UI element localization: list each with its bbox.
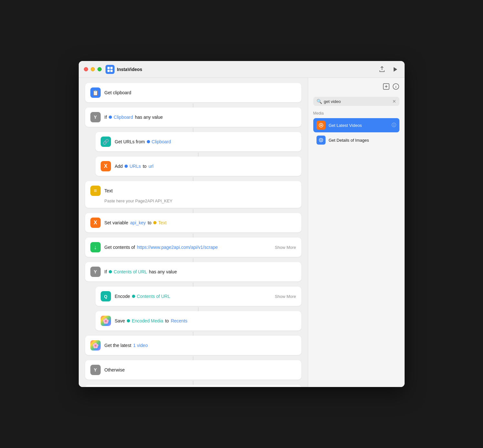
connector-5 [85, 209, 301, 213]
encode-icon: Q [101, 291, 111, 301]
app-icon [106, 65, 115, 74]
svg-rect-2 [107, 70, 110, 72]
connector-3 [85, 153, 301, 157]
connector-4 [85, 177, 301, 181]
sidebar-item-get-details-images[interactable]: Get Details of Images [313, 133, 399, 147]
text-icon: ≡ [90, 186, 101, 196]
connector-12 [85, 381, 301, 385]
close-button[interactable] [84, 67, 88, 71]
step-add-urls[interactable]: X Add URLs to url [96, 157, 301, 176]
step-save[interactable]: 🌸 Save Encoded Media to Recents [96, 311, 301, 331]
step-get-clipboard-content: Get clipboard [105, 90, 296, 95]
sidebar-item-get-details-label: Get Details of Images [329, 138, 369, 143]
save-photos-icon: 🌸 [101, 316, 111, 326]
connector-6 [85, 234, 301, 238]
get-contents-show-more[interactable]: Show More [275, 245, 296, 250]
step-text-block[interactable]: ≡ Text Paste here your Page2API API_KEY [85, 181, 301, 208]
get-contents-icon: ↓ [90, 242, 101, 252]
step-save-content: Save Encoded Media to Recents [115, 318, 296, 323]
clipboard-icon: 📋 [90, 87, 101, 98]
step-if-clipboard-content: If Clipboard has any value [105, 115, 296, 120]
titlebar: InstaVideos [79, 61, 405, 78]
get-details-icon [317, 136, 326, 145]
sidebar-section: Media Get Latest Videos ⓘ [313, 111, 399, 147]
step-if-contents[interactable]: Y If Contents of URL has any value [85, 262, 301, 281]
step-get-contents-content: Get contents of https://www.page2api.com… [105, 245, 271, 250]
connector-7 [85, 258, 301, 262]
add-icon: X [101, 161, 111, 171]
play-button[interactable] [390, 65, 399, 74]
step-encode-content: Encode Contents of URL [115, 294, 271, 299]
step-get-contents[interactable]: ↓ Get contents of https://www.page2api.c… [85, 238, 301, 257]
connector-2 [85, 128, 301, 132]
connector-10 [85, 332, 301, 336]
step-encode[interactable]: Q Encode Contents of URL Show More [96, 287, 301, 306]
search-clear-button[interactable]: ✕ [392, 99, 396, 104]
step-set-variable[interactable]: X Set variable api_key to Text [85, 213, 301, 232]
section-label: Media [313, 111, 399, 116]
step-otherwise-content: Otherwise [105, 367, 296, 372]
content-area: 📋 Get clipboard Y If Clipboard has any v… [79, 78, 405, 387]
connector-8 [85, 283, 301, 287]
connector-9 [85, 307, 301, 311]
minimize-button[interactable] [91, 67, 95, 71]
svg-rect-3 [110, 70, 113, 72]
traffic-lights [84, 67, 102, 71]
info-button[interactable] [392, 83, 399, 92]
titlebar-actions [377, 65, 399, 74]
add-action-button[interactable] [383, 83, 390, 92]
share-button[interactable] [377, 65, 387, 74]
sidebar: 🔍 ✕ Media Get Latest Videos ⓘ [308, 78, 405, 387]
set-var-icon: X [90, 218, 101, 228]
maximize-button[interactable] [97, 67, 102, 71]
app-window: InstaVideos 📋 Get clipboard [79, 61, 405, 387]
step-get-clipboard[interactable]: 📋 Get clipboard [85, 83, 301, 102]
get-latest-videos-icon [317, 121, 326, 130]
step-get-latest-content: Get the latest 1 video [105, 343, 296, 348]
get-latest-icon: 🌸 [90, 340, 101, 351]
step-if-contents-content: If Contents of URL has any value [105, 269, 296, 274]
text-block-header: ≡ Text [90, 186, 296, 196]
otherwise-icon: Y [90, 365, 101, 375]
step-get-urls-content: Get URLs from Clipboard [115, 139, 296, 144]
sidebar-item-info-icon[interactable]: ⓘ [392, 122, 396, 128]
app-title: InstaVideos [117, 67, 377, 72]
sidebar-item-get-latest-videos[interactable]: Get Latest Videos ⓘ [313, 118, 399, 132]
url-icon: 🔗 [101, 137, 111, 147]
encode-show-more[interactable]: Show More [275, 294, 296, 299]
text-block-content: Paste here your Page2API API_KEY [105, 199, 296, 203]
svg-rect-0 [107, 67, 110, 69]
text-block-label: Text [105, 188, 113, 193]
svg-marker-4 [394, 67, 397, 72]
sidebar-item-get-latest-videos-label: Get Latest Videos [329, 123, 388, 128]
search-bar[interactable]: 🔍 ✕ [313, 97, 399, 106]
if-icon-2: Y [90, 267, 101, 277]
svg-marker-8 [320, 124, 322, 126]
main-panel: 📋 Get clipboard Y If Clipboard has any v… [79, 78, 308, 387]
step-otherwise[interactable]: Y Otherwise [85, 360, 301, 380]
svg-rect-1 [110, 67, 113, 69]
sidebar-toolbar [313, 83, 399, 92]
svg-point-10 [320, 139, 322, 141]
if-icon-1: Y [90, 112, 101, 122]
connector-11 [85, 356, 301, 360]
step-add-urls-content: Add URLs to url [115, 164, 296, 169]
step-set-variable-content: Set variable api_key to Text [105, 220, 296, 225]
search-icon: 🔍 [317, 99, 322, 104]
step-get-latest[interactable]: 🌸 Get the latest 1 video [85, 336, 301, 355]
step-get-urls[interactable]: 🔗 Get URLs from Clipboard [96, 132, 301, 151]
step-change[interactable]: X Change The to Clipboard [85, 385, 301, 387]
search-input[interactable] [324, 99, 390, 104]
step-if-clipboard[interactable]: Y If Clipboard has any value [85, 107, 301, 127]
connector-1 [85, 104, 301, 107]
